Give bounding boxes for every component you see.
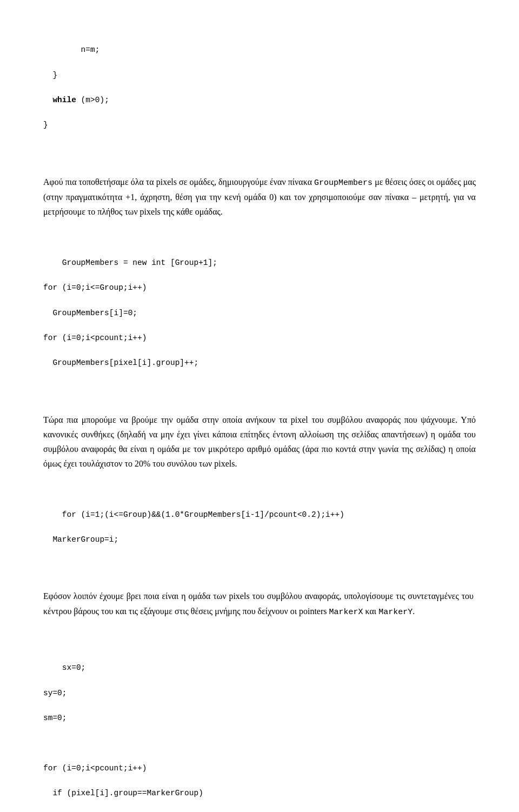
code-line: sx=0; [62,663,86,672]
page: n=m; } while (m>0); } Αφού πια τοποθετήσ… [0,0,519,812]
code-line: sm=0; [43,714,67,722]
code-line: n=m; [62,45,100,54]
code-line: for (i=0;i<pcount;i++) [43,764,147,773]
code-line: if (pixel[i].group==MarkerGroup) [43,789,203,797]
code-block-2: GroupMembers = new int [Group+1]; for (i… [43,244,476,382]
code-line: MarkerGroup=i; [43,535,118,544]
code-block-1: n=m; } while (m>0); } [43,31,476,144]
code-line: for (i=0;i<pcount;i++) [43,334,147,342]
code-line: GroupMembers = new int [Group+1]; [62,258,217,267]
code-line: for (i=0;i<=Group;i++) [43,283,147,292]
code-line: GroupMembers[i]=0; [43,309,137,317]
code-block-3: for (i=1;(i<=Group)&&(1.0*GroupMembers[i… [43,496,476,558]
code-line: for (i=1;(i<=Group)&&(1.0*GroupMembers[i… [62,510,344,519]
paragraph-1: Αφού πια τοποθετήσαμε όλα τα pixels σε ο… [43,175,476,219]
code-line: sy=0; [43,689,67,697]
code-line: } [43,71,57,79]
code-inline-groupmembers: GroupMembers [314,178,372,188]
code-inline-markery: MarkerY [378,608,412,617]
code-inline-markerx: MarkerX [329,608,363,617]
paragraph-3: Εφόσον λοιπόν έχουμε βρει ποια είναι η ο… [43,589,476,619]
code-line: } [43,121,48,129]
code-line: GroupMembers[pixel[i].group]++; [43,358,198,367]
paragraph-2: Τώρα πια μπορούμε να βρούμε την ομάδα στ… [43,412,476,471]
code-block-4: sx=0; sy=0; sm=0; for (i=0;i<pcount;i++)… [43,649,476,812]
code-line: while (m>0); [43,96,109,104]
